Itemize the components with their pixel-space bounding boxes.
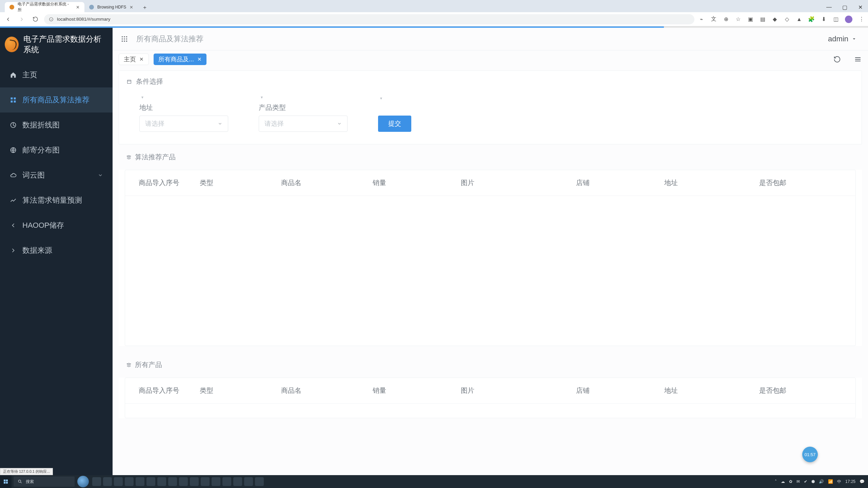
taskbar-app-icon[interactable] <box>125 477 134 486</box>
sidebar-item-all-products[interactable]: 所有商品及算法推荐 <box>0 87 113 113</box>
taskbar-app-icon[interactable] <box>255 477 264 486</box>
close-icon[interactable]: ✕ <box>139 56 144 62</box>
new-tab-button[interactable]: ＋ <box>140 3 150 12</box>
news-widget-icon[interactable] <box>77 476 89 487</box>
download-icon[interactable]: ⬇ <box>821 16 827 22</box>
tray-icon[interactable]: 📶 <box>828 479 833 484</box>
kebab-icon[interactable]: ⋮ <box>859 16 865 22</box>
tray-icon[interactable]: ✔ <box>804 479 807 484</box>
minimize-button[interactable]: — <box>821 2 837 12</box>
apps-icon[interactable] <box>121 35 128 43</box>
taskbar-app-icon[interactable] <box>179 477 188 486</box>
close-window-button[interactable]: ✕ <box>852 2 868 12</box>
taskbar-app-icon[interactable] <box>92 477 101 486</box>
tray-icon[interactable]: ☁ <box>781 479 785 484</box>
zoom-icon[interactable]: ⊕ <box>723 16 729 22</box>
page-tab-current[interactable]: 所有商品及... ✕ <box>154 54 206 65</box>
svg-point-12 <box>126 38 127 40</box>
taskbar-app-icon[interactable] <box>222 477 231 486</box>
page-tabs: 主页 ✕ 所有商品及... ✕ <box>113 50 868 68</box>
settings-lines-icon[interactable] <box>854 55 862 63</box>
sidebar-item-label: 算法需求销量预测 <box>22 195 82 205</box>
svg-rect-4 <box>14 101 16 103</box>
svg-rect-20 <box>6 482 8 484</box>
taskbar-app-icon[interactable] <box>146 477 155 486</box>
col-name: 商品名 <box>281 386 373 395</box>
sidebar-menu: 主页 所有商品及算法推荐 数据折线图 邮寄分布图 <box>0 62 113 263</box>
svg-point-11 <box>124 38 125 40</box>
table-header: 商品导入序号 类型 商品名 销量 图片 店铺 地址 是否包邮 <box>125 378 855 404</box>
submit-button[interactable]: 提交 <box>378 116 411 132</box>
taskbar-app-icon[interactable] <box>157 477 166 486</box>
taskbar-app-icon[interactable] <box>233 477 242 486</box>
close-icon[interactable]: ✕ <box>130 5 133 10</box>
url-field[interactable]: localhost:8081/#/summary <box>44 14 694 24</box>
maximize-button[interactable]: ▢ <box>837 2 852 12</box>
sidebar-item-label: 邮寄分布图 <box>22 145 60 155</box>
ext-3-icon[interactable]: ◆ <box>772 16 778 22</box>
taskbar-app-icon[interactable] <box>103 477 112 486</box>
sidebar-item-line-chart[interactable]: 数据折线图 <box>0 113 113 138</box>
calendar-icon <box>126 79 132 84</box>
taskbar-app-icon[interactable] <box>244 477 253 486</box>
taskbar-time[interactable]: 17:25 <box>845 479 855 484</box>
close-icon[interactable]: ✕ <box>197 56 202 62</box>
tray-icon[interactable]: 🔊 <box>819 479 824 484</box>
svg-point-9 <box>126 36 127 38</box>
profile-avatar[interactable] <box>845 16 852 23</box>
sidebar-item-hadoop[interactable]: HAOOP储存 <box>0 213 113 238</box>
taskbar-app-icon[interactable] <box>114 477 123 486</box>
ext-5-icon[interactable]: ▲ <box>796 16 802 22</box>
sidebar-item-forecast[interactable]: 算法需求销量预测 <box>0 188 113 213</box>
sidebar-item-label: 所有商品及算法推荐 <box>22 95 90 105</box>
back-button[interactable] <box>3 15 13 24</box>
browser-tab[interactable]: Browsing HDFS ✕ <box>84 2 138 12</box>
close-icon[interactable]: ✕ <box>76 5 80 10</box>
sidebar-item-wordcloud[interactable]: 词云图 <box>0 163 113 188</box>
sidepanel-icon[interactable]: ◫ <box>833 16 839 22</box>
taskbar-app-icon[interactable] <box>212 477 220 486</box>
site-info-icon[interactable] <box>49 17 54 22</box>
page-tab-home[interactable]: 主页 ✕ <box>119 54 149 65</box>
tab-title: 电子产品需求数据分析系统 - 所 <box>18 1 73 13</box>
svg-point-13 <box>122 41 123 42</box>
sidebar-item-mail-map[interactable]: 邮寄分布图 <box>0 138 113 163</box>
refresh-button[interactable] <box>833 56 841 63</box>
col-free-ship: 是否包邮 <box>759 386 842 395</box>
brand-title: 电子产品需求数据分析系统 <box>23 34 106 55</box>
float-timer-badge[interactable]: 01:57 <box>802 447 818 462</box>
forward-button[interactable] <box>17 15 26 24</box>
sidebar-item-data-source[interactable]: 数据来源 <box>0 238 113 263</box>
tray-icon[interactable]: ✿ <box>789 479 792 484</box>
tray-icon[interactable]: ✉ <box>796 479 800 484</box>
svg-point-10 <box>122 38 123 40</box>
browser-tab-active[interactable]: 电子产品需求数据分析系统 - 所 ✕ <box>5 2 84 12</box>
sidebar-item-home[interactable]: 主页 <box>0 62 113 87</box>
taskbar-app-icon[interactable] <box>201 477 210 486</box>
taskbar-app-icon[interactable] <box>136 477 144 486</box>
tray-chevron-icon[interactable]: ˄ <box>775 479 777 484</box>
product-type-select[interactable]: 请选择 <box>259 116 348 132</box>
translate-icon[interactable]: 文 <box>711 16 717 22</box>
taskbar-search[interactable]: 搜索 <box>14 476 75 487</box>
start-button[interactable] <box>0 475 12 488</box>
tray-icon[interactable]: ⬢ <box>811 479 815 484</box>
ext-4-icon[interactable]: ◇ <box>784 16 790 22</box>
ime-indicator[interactable]: 中 <box>837 479 841 485</box>
user-menu[interactable]: admin <box>828 35 856 43</box>
col-shop: 店铺 <box>576 386 664 395</box>
ext-1-icon[interactable]: ▣ <box>747 16 753 22</box>
extensions-icon[interactable]: 🧩 <box>808 16 814 22</box>
taskbar-app-icon[interactable] <box>168 477 177 486</box>
taskbar-app-icon[interactable] <box>190 477 199 486</box>
ext-2-icon[interactable]: ▤ <box>760 16 766 22</box>
col-import-seq: 商品导入序号 <box>139 386 200 395</box>
sidebar-item-label: 词云图 <box>22 170 45 180</box>
svg-rect-17 <box>4 480 5 481</box>
star-icon[interactable]: ☆ <box>735 16 741 22</box>
notification-icon[interactable]: 💬 <box>860 479 865 484</box>
reload-button[interactable] <box>31 15 40 24</box>
system-tray: ˄ ☁ ✿ ✉ ✔ ⬢ 🔊 📶 中 17:25 💬 <box>775 479 868 485</box>
address-select[interactable]: 请选择 <box>139 116 228 132</box>
key-icon[interactable]: ⌁ <box>698 16 705 22</box>
